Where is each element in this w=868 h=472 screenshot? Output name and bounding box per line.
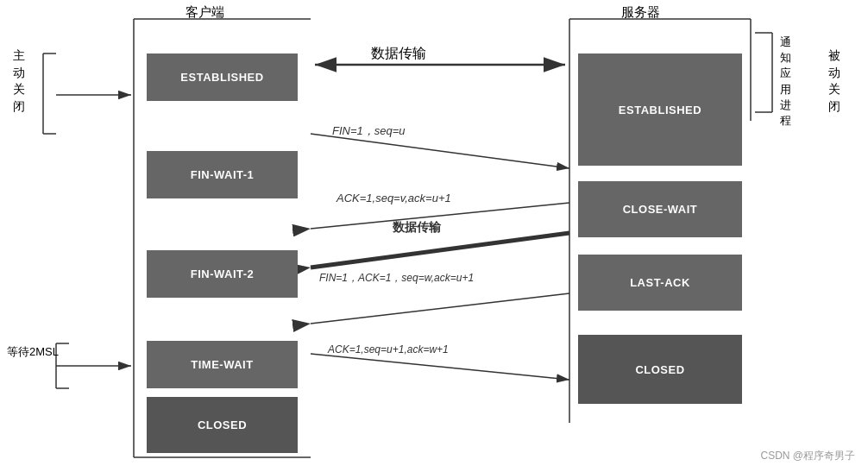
server-close-wait: CLOSE-WAIT xyxy=(578,181,742,237)
server-closed: CLOSED xyxy=(578,335,742,404)
notify-app-label: 通知应用进程 xyxy=(777,35,794,129)
svg-line-26 xyxy=(311,354,569,380)
server-established: ESTABLISHED xyxy=(578,53,742,166)
diagram-container: 客户端 服务器 数据传输 主动关闭 被动关闭 通知应用进程 等待2MSL EST… xyxy=(0,0,868,472)
active-close-label: 主动关闭 xyxy=(9,47,29,115)
server-title: 服务器 xyxy=(621,4,660,21)
msg-ack2: ACK=1,seq=u+1,ack=w+1 xyxy=(328,343,449,356)
wait-2msl-label: 等待2MSL xyxy=(7,345,59,360)
client-title: 客户端 xyxy=(186,4,224,21)
client-fin-wait-2: FIN-WAIT-2 xyxy=(147,250,298,298)
msg-fin1: FIN=1，seq=u xyxy=(332,123,406,139)
data-transfer-label: 数据传输 xyxy=(371,45,426,63)
msg-ack1: ACK=1,seq=v,ack=u+1 xyxy=(337,192,451,205)
server-last-ack: LAST-ACK xyxy=(578,255,742,311)
msg-fin2: FIN=1，ACK=1，seq=w,ack=u+1 xyxy=(319,271,474,286)
svg-line-24 xyxy=(311,233,569,267)
client-closed: CLOSED xyxy=(147,397,298,453)
svg-line-25 xyxy=(311,293,569,324)
passive-close-label: 被动关闭 xyxy=(824,47,845,115)
client-fin-wait-1: FIN-WAIT-1 xyxy=(147,151,298,198)
watermark: CSDN @程序奇男子 xyxy=(760,449,855,463)
msg-data-transfer: 数据传输 xyxy=(393,220,441,236)
svg-line-22 xyxy=(311,134,569,168)
client-time-wait: TIME-WAIT xyxy=(147,341,298,388)
client-established: ESTABLISHED xyxy=(147,53,298,101)
